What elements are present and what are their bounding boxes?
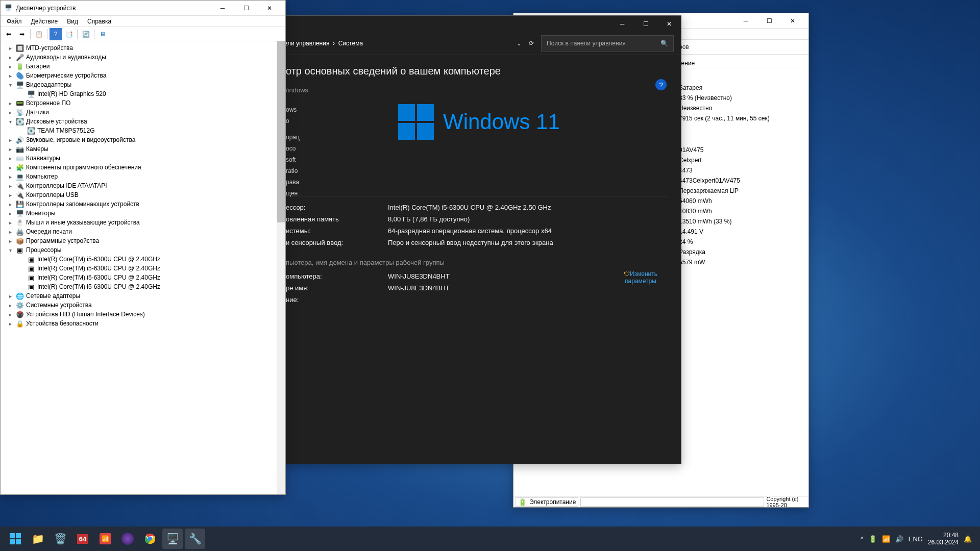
scrollbar[interactable] <box>277 41 285 494</box>
tree-item[interactable]: ▸📷Камеры <box>3 144 283 154</box>
expand-icon[interactable]: ▸ <box>7 320 14 327</box>
expand-icon[interactable]: ▸ <box>7 99 14 107</box>
expand-icon[interactable]: ▸ <box>7 311 14 318</box>
system-titlebar[interactable]: ─ ☐ ✕ <box>274 16 681 32</box>
device-tree[interactable]: ▸🔲MTD-устройства▸🎤Аудиовходы и аудиовыхо… <box>1 41 285 494</box>
battery-icon[interactable]: 🔋 <box>869 535 877 543</box>
menu-файл[interactable]: Файл <box>3 17 26 26</box>
change-settings-link[interactable]: 🛡Изменить параметры <box>612 270 669 306</box>
maximize-button[interactable]: ☐ <box>634 16 657 32</box>
maximize-button[interactable]: ☐ <box>234 1 258 16</box>
tree-item[interactable]: ▸📦Программные устройства <box>3 236 283 245</box>
expand-icon[interactable]: ▸ <box>7 44 14 52</box>
expand-icon[interactable]: ▾ <box>7 118 14 125</box>
aida64-icon[interactable]: 64 <box>72 529 93 549</box>
notifications-icon[interactable]: 🔔 <box>964 535 972 543</box>
menu-действие[interactable]: Действие <box>27 17 62 26</box>
volume-icon[interactable]: 🔊 <box>895 535 903 543</box>
forward-button[interactable]: ➡ <box>16 28 28 40</box>
tree-item[interactable]: ▣Intel(R) Core(TM) i5-6300U CPU @ 2.40GH… <box>3 273 283 282</box>
scan-button[interactable]: 🖥 <box>96 28 109 40</box>
devmgr-titlebar[interactable]: 🖥️ Диспетчер устройств ─ ☐ ✕ <box>1 1 285 16</box>
expand-icon[interactable]: ▸ <box>7 72 14 79</box>
expand-icon[interactable]: ▸ <box>7 136 14 143</box>
tree-item[interactable]: ▸🧩Компоненты программного обеспечения <box>3 163 283 172</box>
chevron-down-icon[interactable]: ⌄ <box>517 40 522 47</box>
expand-icon[interactable]: ▸ <box>7 237 14 244</box>
expand-icon[interactable]: ▾ <box>7 81 14 88</box>
expand-icon[interactable]: ▸ <box>7 191 14 198</box>
tor-browser-icon[interactable] <box>117 529 138 549</box>
back-button[interactable]: ⬅ <box>3 28 15 40</box>
properties-button[interactable]: 📑 <box>63 28 75 40</box>
refresh-icon[interactable]: ⟳ <box>529 40 534 47</box>
minimize-button[interactable]: ─ <box>211 1 234 16</box>
minimize-button[interactable]: ─ <box>734 13 757 29</box>
expand-icon[interactable]: ▸ <box>7 155 14 162</box>
tree-item[interactable]: ▸🔒Устройства безопасности <box>3 319 283 328</box>
tree-item[interactable]: ▸⚙️Системные устройства <box>3 300 283 310</box>
expand-icon[interactable]: ▸ <box>7 228 14 235</box>
expand-icon[interactable]: ▸ <box>7 201 14 208</box>
expand-icon[interactable]: ▸ <box>7 63 14 70</box>
expand-icon[interactable]: ▸ <box>7 302 14 309</box>
tree-item[interactable]: ▸⌨️Клавиатуры <box>3 154 283 163</box>
tree-item[interactable]: 💽TEAM TM8PS7512G <box>3 126 283 135</box>
update-button[interactable]: 🔄 <box>80 28 92 40</box>
expand-icon[interactable]: ▸ <box>7 219 14 226</box>
tree-item[interactable]: ▾💽Дисковые устройства <box>3 117 283 126</box>
tree-item[interactable]: ▸📡Датчики <box>3 108 283 117</box>
wifi-icon[interactable]: 📶 <box>882 535 890 543</box>
tree-item[interactable]: ▸🔲MTD-устройства <box>3 43 283 53</box>
control-panel-task-icon[interactable]: 🔧 <box>185 529 205 549</box>
help-icon[interactable]: ? <box>655 79 667 90</box>
tree-item[interactable]: ▸🫆Биометрические устройства <box>3 71 283 80</box>
tray-chevron-icon[interactable]: ^ <box>861 535 864 543</box>
tree-item[interactable]: ▾🖥️Видеоадаптеры <box>3 80 283 89</box>
tree-item[interactable]: ▸🎤Аудиовходы и аудиовыходы <box>3 53 283 62</box>
tree-item[interactable]: ▸🖥️Мониторы <box>3 209 283 218</box>
minimize-button[interactable]: ─ <box>610 16 634 32</box>
clock[interactable]: 20:48 26.03.2024 <box>928 532 959 546</box>
chrome-icon[interactable] <box>140 529 160 549</box>
tree-item[interactable]: ▸🔌Контроллеры IDE ATA/ATAPI <box>3 181 283 190</box>
close-button[interactable]: ✕ <box>657 16 681 32</box>
recycle-bin-icon[interactable]: 🗑️ <box>50 529 70 549</box>
menu-справка[interactable]: Справка <box>83 17 115 26</box>
tree-item[interactable]: ▸🖲️Устройства HID (Human Interface Devic… <box>3 310 283 319</box>
tree-item[interactable]: ▸🔌Контроллеры USB <box>3 190 283 199</box>
tree-item[interactable]: ▸📟Встроенное ПО <box>3 98 283 108</box>
tree-item[interactable]: ▸🔋Батареи <box>3 62 283 71</box>
breadcrumb[interactable]: нели управления › Система <box>281 40 363 47</box>
expand-icon[interactable]: ▸ <box>7 164 14 171</box>
start-button[interactable] <box>5 529 26 549</box>
tree-item[interactable]: ▾▣Процессоры <box>3 245 283 255</box>
tree-item[interactable]: ▸🌐Сетевые адаптеры <box>3 291 283 300</box>
menu-вид[interactable]: Вид <box>63 17 82 26</box>
search-input[interactable]: Поиск в панели управления 🔍 <box>541 35 674 52</box>
expand-icon[interactable]: ▸ <box>7 145 14 153</box>
expand-icon[interactable]: ▾ <box>7 246 14 254</box>
tree-item[interactable]: ▸🖨️Очереди печати <box>3 227 283 236</box>
tree-item[interactable]: ▸🖱️Мыши и иные указывающие устройства <box>3 218 283 227</box>
explorer-icon[interactable]: 📁 <box>28 529 48 549</box>
expand-icon[interactable]: ▸ <box>7 109 14 116</box>
expand-icon[interactable]: ▸ <box>7 210 14 217</box>
taskbar[interactable]: 📁 🗑️ 64 📶 🖥️ 🔧 ^ 🔋 📶 🔊 ENG 20:48 26.03.2… <box>0 527 980 551</box>
wifi-app-icon[interactable]: 📶 <box>95 529 115 549</box>
maximize-button[interactable]: ☐ <box>757 13 781 29</box>
tree-item[interactable]: ▸💾Контроллеры запоминающих устройств <box>3 199 283 209</box>
expand-icon[interactable]: ▸ <box>7 54 14 61</box>
help-button[interactable]: ? <box>50 28 62 40</box>
tree-item[interactable]: ▣Intel(R) Core(TM) i5-6300U CPU @ 2.40GH… <box>3 255 283 264</box>
expand-icon[interactable]: ▸ <box>7 173 14 180</box>
tree-item[interactable]: ▣Intel(R) Core(TM) i5-6300U CPU @ 2.40GH… <box>3 282 283 291</box>
tree-item[interactable]: ▸🔊Звуковые, игровые и видеоустройства <box>3 135 283 144</box>
tree-item[interactable]: 🖥️Intel(R) HD Graphics 520 <box>3 89 283 98</box>
tree-item[interactable]: ▣Intel(R) Core(TM) i5-6300U CPU @ 2.40GH… <box>3 264 283 273</box>
expand-icon[interactable]: ▸ <box>7 182 14 189</box>
close-button[interactable]: ✕ <box>781 13 804 29</box>
devmgr-task-icon[interactable]: 🖥️ <box>162 529 183 549</box>
language-indicator[interactable]: ENG <box>909 535 923 543</box>
tree-item[interactable]: ▸💻Компьютер <box>3 172 283 181</box>
